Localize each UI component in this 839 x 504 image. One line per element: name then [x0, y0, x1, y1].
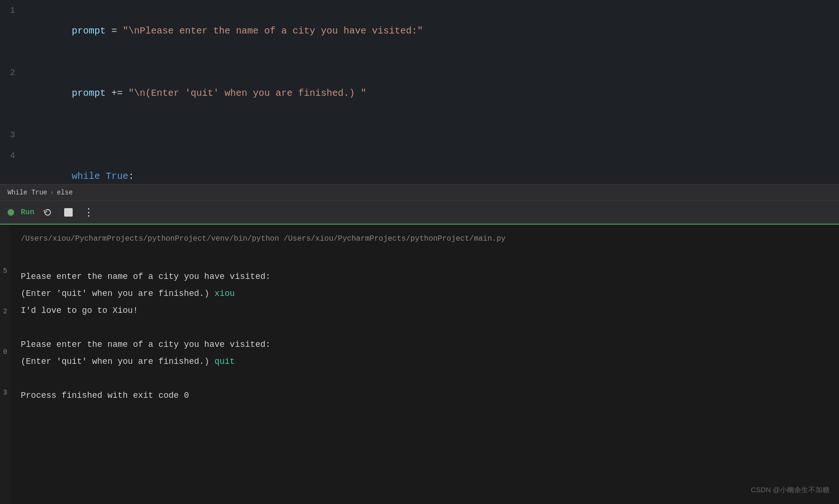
- line-number-1: 1: [0, 0, 23, 21]
- token: "\n(Enter 'quit' when you are finished.)…: [128, 88, 366, 99]
- console-prompt-2: Please enter the name of a city you have…: [21, 336, 830, 353]
- more-actions-button[interactable]: ⋮: [82, 205, 97, 220]
- code-line-4: 4 while True:: [0, 145, 839, 184]
- run-panel-header: Run ⋮: [0, 201, 839, 225]
- run-label-text: Run: [21, 208, 34, 217]
- token: prompt: [72, 88, 106, 99]
- more-actions-icon: ⋮: [84, 206, 94, 219]
- code-line-3: 3: [0, 125, 839, 145]
- breadcrumb-item-else[interactable]: else: [57, 189, 73, 196]
- line-number-4: 4: [0, 145, 23, 166]
- run-status-icon: [8, 209, 14, 216]
- line-number-2: 2: [0, 62, 23, 83]
- line-content-4: while True:: [23, 145, 839, 184]
- console-empty-1: [21, 251, 830, 268]
- rerun-button[interactable]: [40, 205, 55, 220]
- token: while: [72, 171, 100, 182]
- console-empty-3: [21, 370, 830, 387]
- console-block-1: Please enter the name of a city you have…: [21, 268, 830, 319]
- console-input-value-1: xiou: [214, 289, 235, 298]
- code-editor[interactable]: 1 prompt = "\nPlease enter the name of a…: [0, 0, 839, 184]
- console-input-prefix-1: (Enter 'quit' when you are finished.): [21, 289, 214, 298]
- token: "\nPlease enter the name of a city you h…: [123, 25, 423, 36]
- code-line-2: 2 prompt += "\n(Enter 'quit' when you ar…: [0, 62, 839, 125]
- run-tab-label[interactable]: Run: [21, 208, 34, 217]
- watermark: CSDN @小幽余生不加糖: [751, 481, 830, 498]
- token: True: [106, 171, 128, 182]
- rerun-icon: [43, 208, 52, 217]
- console-output-1: I'd love to go to Xiou!: [21, 302, 830, 319]
- console-path-line: /Users/xiou/PycharmProjects/pythonProjec…: [21, 230, 830, 247]
- stop-button[interactable]: [61, 205, 76, 220]
- breadcrumb-item-while[interactable]: While True: [8, 189, 47, 196]
- token: prompt: [72, 25, 106, 36]
- console-input-line-2: (Enter 'quit' when you are finished.) qu…: [21, 353, 830, 370]
- token: [100, 171, 106, 182]
- line-number-3: 3: [0, 125, 23, 145]
- console-input-value-2: quit: [214, 357, 235, 366]
- token: :: [128, 171, 134, 182]
- console-block-2: Please enter the name of a city you have…: [21, 336, 830, 370]
- breadcrumb-bar: While True › else: [0, 184, 839, 201]
- console-input-prefix-2: (Enter 'quit' when you are finished.): [21, 357, 214, 366]
- breadcrumb-separator: ›: [50, 189, 54, 196]
- console-empty-2: [21, 319, 830, 336]
- line-content-1: prompt = "\nPlease enter the name of a c…: [23, 0, 839, 62]
- line-content-3: [23, 125, 839, 145]
- sidebar-icon-3: 0: [3, 344, 7, 361]
- sidebar-icon-2: 2: [3, 303, 7, 320]
- code-lines: 1 prompt = "\nPlease enter the name of a…: [0, 0, 839, 184]
- console-input-line-1: (Enter 'quit' when you are finished.) xi…: [21, 285, 830, 302]
- console-process-line: Process finished with exit code 0: [21, 387, 830, 404]
- sidebar-icon-1: 5: [3, 262, 7, 279]
- console-output[interactable]: 5 2 0 3 /Users/xiou/PycharmProjects/pyth…: [0, 225, 839, 504]
- token: =: [106, 25, 123, 36]
- code-line-1: 1 prompt = "\nPlease enter the name of a…: [0, 0, 839, 62]
- console-prompt-1: Please enter the name of a city you have…: [21, 268, 830, 285]
- stop-icon: [64, 208, 73, 217]
- sidebar-icon-4: 3: [3, 384, 7, 401]
- left-sidebar-console: 5 2 0 3: [0, 225, 10, 504]
- token: +=: [106, 88, 128, 99]
- line-content-2: prompt += "\n(Enter 'quit' when you are …: [23, 62, 839, 125]
